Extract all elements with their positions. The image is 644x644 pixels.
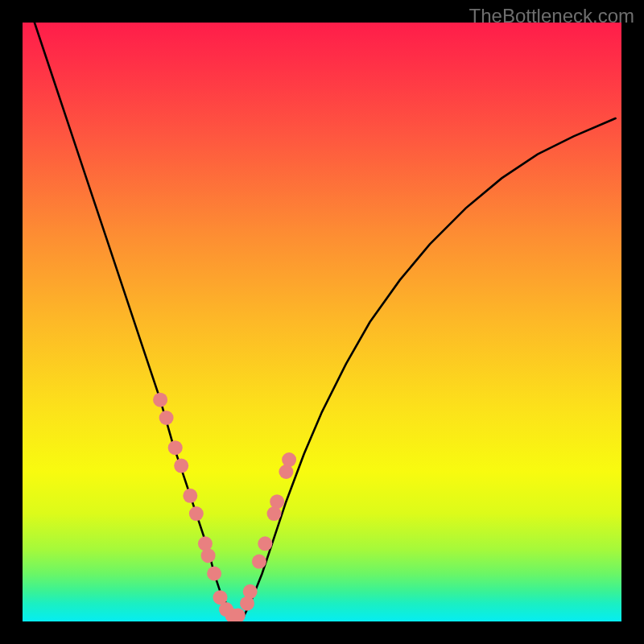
datapoint-marker [258,536,272,551]
datapoint-marker [159,411,174,425]
datapoint-group [153,393,296,621]
datapoint-marker [270,494,284,509]
datapoint-marker [168,440,183,455]
plot-area [23,23,621,621]
bottleneck-curve [35,23,616,616]
datapoint-marker [201,548,216,563]
datapoint-marker [282,452,296,467]
datapoint-marker [174,459,188,473]
datapoint-marker [252,555,266,569]
datapoint-marker [183,489,197,503]
datapoint-marker [207,567,221,581]
chart-overlay [23,23,621,621]
datapoint-marker [153,393,167,407]
chart-canvas: TheBottleneck.com [0,0,644,644]
datapoint-marker [189,506,204,521]
datapoint-marker [243,584,258,599]
